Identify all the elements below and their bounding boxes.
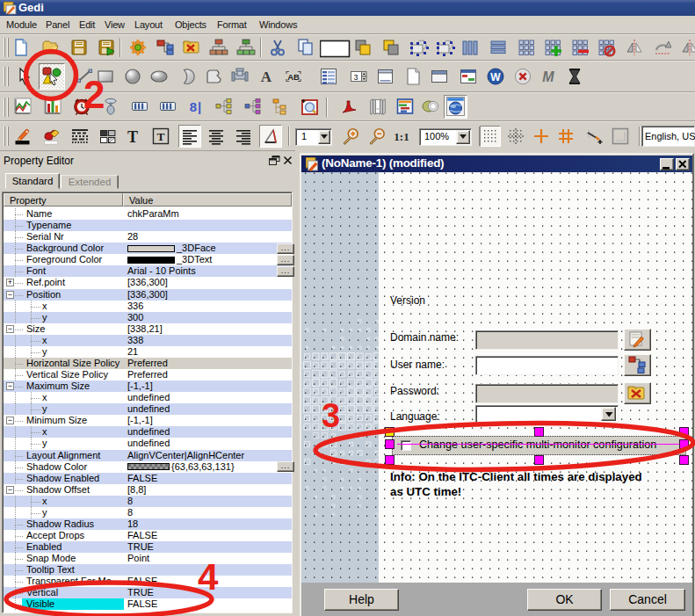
svg-text:AB: AB (287, 72, 300, 82)
svg-text:1:1: 1:1 (394, 130, 409, 143)
svg-text:T: T (127, 128, 138, 146)
svg-text:A: A (261, 69, 272, 85)
svg-text:W: W (490, 71, 501, 83)
svg-text:3: 3 (353, 73, 358, 82)
svg-text:T: T (156, 130, 164, 143)
svg-text:M: M (542, 69, 554, 84)
svg-text:8|: 8| (190, 99, 203, 114)
